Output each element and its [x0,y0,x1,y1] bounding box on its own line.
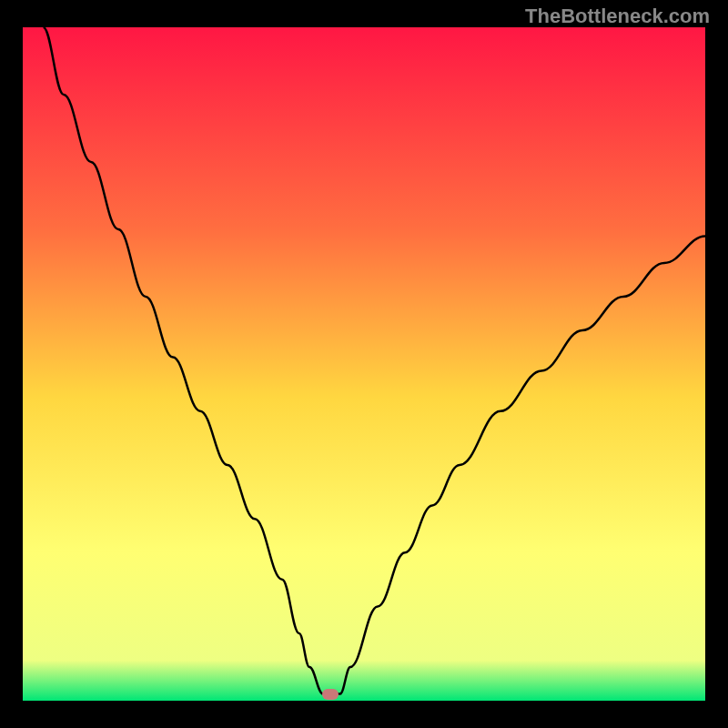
plot-area [23,27,705,701]
gradient-background [23,27,705,701]
watermark-text: TheBottleneck.com [525,5,710,28]
svg-rect-0 [23,27,705,701]
optimal-marker [322,689,339,700]
